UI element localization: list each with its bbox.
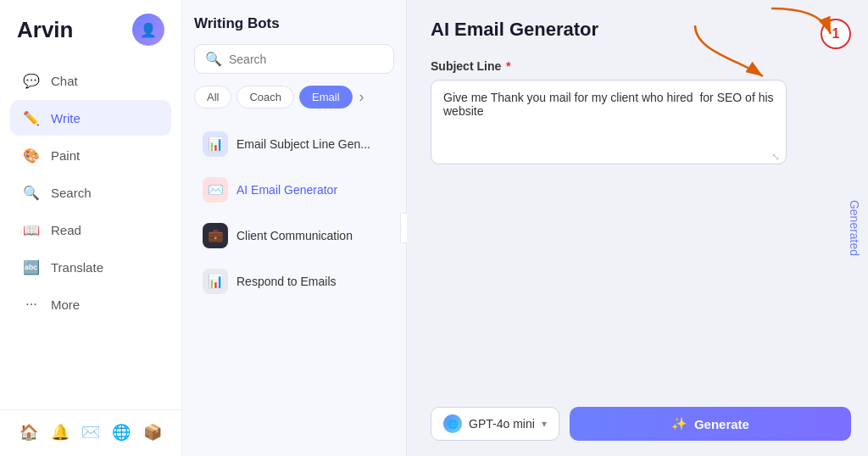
- filter-more-icon[interactable]: ›: [359, 88, 364, 106]
- badge-number: 1: [821, 19, 851, 49]
- main-title: AI Email Generator: [431, 19, 851, 41]
- package-icon[interactable]: 📦: [141, 420, 164, 444]
- middle-wrapper: Writing Bots 🔍 All Coach Email › 📊 Email…: [182, 0, 407, 456]
- write-icon: ✏️: [22, 108, 41, 127]
- bot-label-ai-email: AI Email Generator: [236, 183, 337, 197]
- search-box: 🔍: [194, 44, 394, 74]
- bell-icon[interactable]: 🔔: [48, 420, 72, 444]
- translate-icon: 🔤: [22, 258, 41, 276]
- home-icon[interactable]: 🏠: [17, 420, 41, 444]
- wand-icon: ✨: [671, 416, 687, 431]
- more-icon: ···: [22, 295, 41, 314]
- sidebar-label-read: Read: [51, 223, 81, 237]
- model-select[interactable]: 🌐 GPT-4o mini ▾: [431, 407, 559, 441]
- bot-item-email-subject[interactable]: 📊 Email Subject Line Gen...: [194, 122, 394, 166]
- search-icon: 🔍: [22, 183, 41, 202]
- sidebar-label-chat: Chat: [51, 74, 78, 88]
- sidebar-item-search[interactable]: 🔍 Search: [10, 175, 171, 210]
- sidebar-item-more[interactable]: ··· More: [10, 286, 171, 322]
- sidebar-item-write[interactable]: ✏️ Write: [10, 100, 171, 136]
- generate-label: Generate: [694, 417, 749, 431]
- bot-label-respond-emails: Respond to Emails: [236, 275, 337, 288]
- filter-email[interactable]: Email: [299, 86, 353, 108]
- mail-icon[interactable]: ✉️: [79, 420, 103, 444]
- model-name: GPT-4o mini: [469, 417, 535, 431]
- sidebar-item-paint[interactable]: 🎨 Paint: [10, 137, 171, 173]
- main-content: AI Email Generator Subject Line * Give m…: [407, 0, 868, 456]
- sidebar-label-paint: Paint: [51, 148, 80, 163]
- middle-panel: Writing Bots 🔍 All Coach Email › 📊 Email…: [182, 0, 407, 456]
- paint-icon: 🎨: [22, 146, 41, 164]
- subject-line-input[interactable]: Give me Thank you mail for my client who…: [431, 80, 787, 164]
- bot-item-respond-emails[interactable]: 📊 Respond to Emails: [194, 259, 394, 303]
- sidebar-nav: 💬 Chat ✏️ Write 🎨 Paint 🔍 Search 📖 Read …: [0, 56, 181, 409]
- sidebar-label-search: Search: [51, 186, 92, 200]
- panel-title: Writing Bots: [194, 15, 394, 32]
- generated-label: Generated: [848, 200, 861, 256]
- generate-button[interactable]: ✨ Generate: [570, 407, 851, 441]
- sidebar-item-chat[interactable]: 💬 Chat: [10, 63, 171, 98]
- sidebar-header: Arvin 👤: [0, 0, 181, 56]
- bot-icon-client-comm: 💼: [203, 223, 228, 248]
- sidebar-item-read[interactable]: 📖 Read: [10, 212, 171, 247]
- sidebar-label-translate: Translate: [51, 260, 103, 275]
- filter-row: All Coach Email ›: [194, 86, 394, 108]
- search-icon: 🔍: [205, 51, 222, 67]
- sidebar-item-translate[interactable]: 🔤 Translate: [10, 249, 171, 285]
- textarea-wrapper: Give me Thank you mail for my client who…: [431, 80, 787, 168]
- search-input[interactable]: [229, 53, 383, 66]
- model-icon: 🌐: [443, 414, 462, 433]
- sidebar-footer: 🏠 🔔 ✉️ 🌐 📦: [0, 409, 181, 456]
- filter-coach[interactable]: Coach: [236, 86, 294, 108]
- read-icon: 📖: [22, 220, 41, 239]
- required-mark: *: [503, 59, 510, 73]
- bot-icon-ai-email: ✉️: [203, 177, 228, 203]
- chrome-icon[interactable]: 🌐: [109, 420, 133, 444]
- field-label: Subject Line *: [431, 59, 851, 73]
- filter-all[interactable]: All: [194, 86, 231, 108]
- resize-icon: ⤡: [771, 151, 780, 163]
- bot-label-client-comm: Client Communication: [236, 229, 353, 242]
- chevron-down-icon: ▾: [542, 418, 547, 430]
- bot-label-email-subject: Email Subject Line Gen...: [236, 137, 370, 151]
- bot-icon-respond-emails: 📊: [203, 269, 228, 294]
- main-footer: 🌐 GPT-4o mini ▾ ✨ Generate: [431, 407, 851, 441]
- sidebar-label-write: Write: [51, 111, 81, 125]
- chat-icon: 💬: [22, 71, 41, 90]
- bot-list: 📊 Email Subject Line Gen... ✉️ AI Email …: [194, 122, 394, 303]
- sidebar-label-more: More: [51, 298, 80, 312]
- bot-icon-email-subject: 📊: [203, 131, 228, 157]
- bot-item-client-comm[interactable]: 💼 Client Communication: [194, 214, 394, 258]
- avatar[interactable]: 👤: [132, 14, 164, 46]
- sidebar: Arvin 👤 💬 Chat ✏️ Write 🎨 Paint 🔍 Search…: [0, 0, 182, 456]
- bot-item-ai-email[interactable]: ✉️ AI Email Generator: [194, 168, 394, 212]
- app-title: Arvin: [17, 17, 73, 43]
